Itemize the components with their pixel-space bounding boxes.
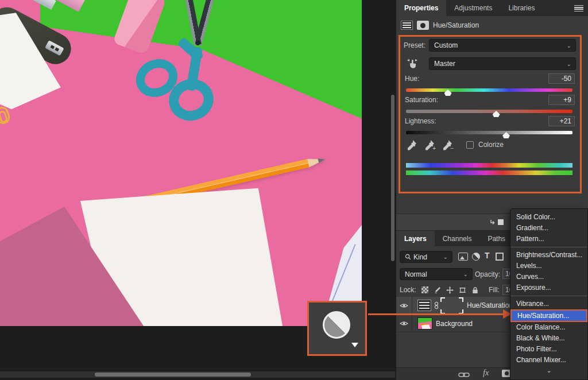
targeted-adjustment-tool-icon[interactable] (406, 57, 419, 70)
hue-slider[interactable] (406, 88, 572, 92)
layer-mask-thumbnail-selected[interactable] (440, 297, 463, 314)
menu-item-gradient[interactable]: Gradient... (510, 223, 587, 234)
menu-item-color-balance[interactable]: Color Balance... (510, 322, 587, 333)
background-layer-thumbnail[interactable] (417, 317, 432, 329)
properties-tabbar: Properties Adjustments Libraries (396, 0, 588, 16)
preset-dropdown[interactable]: Custom ⌄ (429, 39, 576, 52)
channel-row: Master ⌄ (404, 57, 576, 70)
tab-adjustments[interactable]: Adjustments (446, 0, 500, 16)
preset-row: Preset: Custom ⌄ (404, 41, 576, 49)
tab-layers[interactable]: Layers (396, 231, 435, 246)
menu-item-pattern[interactable]: Pattern... (510, 234, 587, 245)
chevron-down-icon: ⌄ (443, 254, 448, 260)
layer-mask-link-icon[interactable] (434, 301, 439, 309)
saturation-slider[interactable] (406, 110, 572, 113)
menu-item-vibrance[interactable]: Vibrance... (510, 298, 587, 309)
hue-saturation-badge-icon (401, 21, 413, 30)
adjustment-picker-callout[interactable] (307, 301, 367, 356)
hue-saturation-controls-highlight: Preset: Custom ⌄ Master ⌄ (399, 35, 582, 193)
menu-item-brightness-contrast[interactable]: Brightness/Contrast... (510, 250, 587, 261)
document-photo (0, 0, 362, 326)
tab-libraries[interactable]: Libraries (500, 0, 543, 16)
visibility-eye-icon[interactable] (396, 315, 412, 332)
eyedropper-add-icon[interactable]: + (424, 139, 435, 150)
saturation-label-row: Saturation: +9 (405, 95, 575, 105)
lightness-slider[interactable] (406, 131, 572, 134)
adjustment-layer-menu: Solid Color... Gradient... Pattern... Br… (510, 208, 588, 380)
layer-name[interactable]: Background (436, 320, 473, 328)
spectrum-bar-original (406, 163, 572, 168)
menu-item-levels[interactable]: Levels... (510, 261, 587, 272)
menu-separator (510, 296, 587, 296)
lightness-value[interactable]: +21 (548, 116, 575, 126)
saturation-label: Saturation: (405, 96, 438, 104)
lock-paint-icon[interactable] (434, 286, 441, 294)
photoshop-window: Properties Adjustments Libraries Hue/Sat… (0, 0, 588, 380)
filter-adjustment-layers-icon[interactable] (472, 253, 480, 261)
menu-item-black-white[interactable]: Black & White... (510, 333, 587, 344)
properties-header: Hue/Saturation (396, 16, 588, 34)
lightness-label: Lightness: (405, 117, 436, 125)
mask-badge-icon[interactable] (417, 21, 429, 30)
menu-item-photo-filter[interactable]: Photo Filter... (510, 344, 587, 355)
lock-all-icon[interactable] (471, 286, 479, 294)
horizontal-scrollbar-track[interactable] (0, 371, 395, 378)
menu-item-channel-mixer[interactable]: Channel Mixer... (510, 355, 587, 366)
properties-title: Hue/Saturation (433, 21, 479, 29)
eyedropper-row: + − Colorize (406, 139, 504, 150)
colorize-label: Colorize (478, 141, 504, 149)
preset-label: Preset: (404, 41, 429, 49)
spectrum-bar-adjusted (406, 170, 572, 175)
adjustment-layer-icon[interactable] (323, 311, 350, 339)
menu-item-hue-saturation[interactable]: Hue/Saturation... (510, 309, 587, 322)
lightness-slider-thumb[interactable] (502, 132, 510, 138)
kind-filter-dropdown[interactable]: Kind ⌄ (400, 251, 452, 263)
link-layers-icon[interactable] (458, 371, 470, 378)
colorize-checkbox[interactable] (466, 141, 474, 149)
panel-menu-icon[interactable] (574, 5, 583, 11)
visibility-eye-icon[interactable] (396, 297, 412, 314)
clip-to-layer-icon[interactable] (490, 219, 504, 226)
chevron-down-icon: ⌄ (567, 42, 571, 49)
menu-separator (510, 247, 587, 247)
menu-item-solid-color[interactable]: Solid Color... (510, 212, 587, 223)
channel-value: Master (434, 60, 455, 68)
eyedropper-subtract-icon[interactable]: − (442, 139, 453, 150)
preset-value: Custom (434, 41, 458, 49)
filter-pixel-layers-icon[interactable] (458, 253, 468, 261)
lightness-label-row: Lightness: +21 (405, 116, 575, 126)
eyedropper-icon[interactable] (406, 139, 417, 150)
callout-arrow-line (368, 313, 505, 315)
vertical-scrollbar[interactable] (391, 95, 394, 261)
opacity-label: Opacity: (475, 270, 500, 278)
blend-mode-dropdown[interactable]: Normal ⌄ (400, 268, 473, 280)
tab-paths[interactable]: Paths (479, 231, 513, 246)
saturation-value[interactable]: +9 (548, 95, 575, 105)
picker-dropdown-arrow-icon[interactable] (351, 343, 358, 347)
scissors (144, 0, 241, 144)
kind-label: Kind (413, 253, 427, 261)
lock-artboard-icon[interactable] (459, 286, 466, 294)
menu-item-exposure[interactable]: Exposure... (510, 282, 587, 293)
filter-smart-objects-icon[interactable] (496, 253, 504, 261)
filter-type-layers-icon[interactable]: T (485, 251, 490, 260)
adjustment-layer-thumbnail[interactable] (417, 300, 431, 311)
blend-mode-value: Normal (405, 270, 427, 278)
hue-label-row: Hue: -50 (405, 73, 575, 84)
lock-label: Lock: (400, 286, 416, 294)
stapler-plate (45, 40, 64, 56)
tab-channels[interactable]: Channels (435, 231, 480, 246)
chevron-down-icon: ⌄ (463, 271, 468, 277)
fill-label: Fill: (489, 286, 500, 294)
lock-transparency-icon[interactable] (421, 286, 428, 293)
menu-item-curves[interactable]: Curves... (510, 272, 587, 282)
tab-properties[interactable]: Properties (396, 0, 446, 16)
horizontal-scrollbar-thumb[interactable] (95, 373, 251, 377)
channel-dropdown[interactable]: Master ⌄ (429, 57, 576, 70)
chevron-down-icon: ⌄ (567, 61, 571, 67)
hue-value[interactable]: -50 (548, 73, 575, 84)
lock-position-icon[interactable] (446, 286, 454, 294)
hue-label: Hue: (405, 75, 419, 83)
menu-scroll-down-icon[interactable]: ⌄ (510, 367, 587, 374)
layer-style-fx-icon[interactable]: fx (483, 369, 489, 378)
